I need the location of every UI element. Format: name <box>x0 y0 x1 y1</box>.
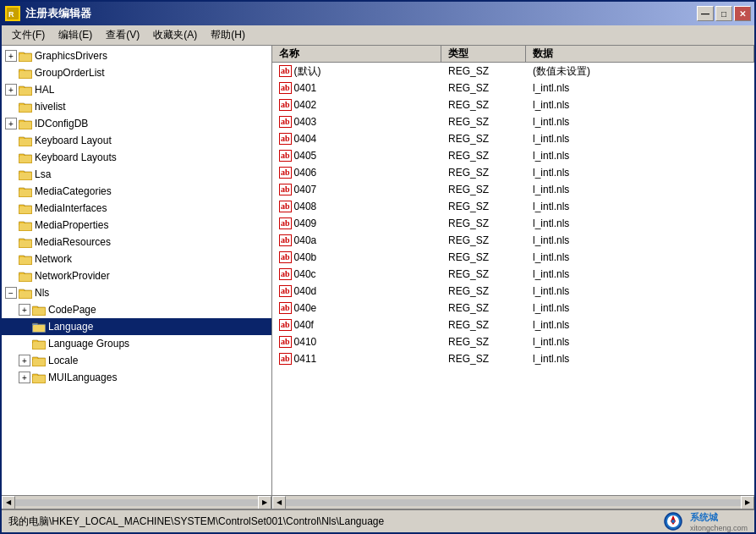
cell-data: l_intl.nls <box>526 319 754 331</box>
svg-rect-22 <box>19 156 31 162</box>
ab-icon: ab <box>279 184 292 195</box>
tree-item-idconfigdb[interactable]: + IDConfigDB <box>2 115 271 132</box>
cell-data: l_intl.nls <box>526 251 754 263</box>
close-button[interactable]: ✕ <box>734 6 751 21</box>
tree-item-keyboard-layout[interactable]: Keyboard Layout <box>2 132 271 149</box>
menu-item-编辑e[interactable]: 编辑(E) <box>52 26 99 44</box>
ab-icon: ab <box>279 150 292 162</box>
right-hscroll-left-btn[interactable]: ◀ <box>272 496 286 509</box>
ab-icon: ab <box>279 133 292 145</box>
hscroll-left-btn[interactable]: ◀ <box>2 496 15 509</box>
tree-item-label: GroupOrderList <box>35 67 105 79</box>
tree-item-mediaresources[interactable]: MediaResources <box>2 234 271 250</box>
tree-item-mediaproperties[interactable]: MediaProperties <box>2 217 271 234</box>
cell-name: ab0405 <box>272 150 441 162</box>
cell-data: l_intl.nls <box>526 234 754 246</box>
maximize-button[interactable]: □ <box>715 6 732 21</box>
cell-name: ab0410 <box>272 336 441 348</box>
tree-item-graphicsdrivers[interactable]: + GraphicsDrivers <box>2 47 271 64</box>
tree-item-lsa[interactable]: Lsa <box>2 166 271 183</box>
menu-item-查看v[interactable]: 查看(V) <box>99 26 146 44</box>
expand-icon[interactable]: + <box>19 304 30 316</box>
right-hscroll-right-btn[interactable]: ▶ <box>741 496 754 509</box>
expand-icon[interactable]: + <box>19 355 30 366</box>
svg-rect-52 <box>33 325 45 332</box>
tree-item-muilanguages[interactable]: + MUILanguages <box>2 369 271 386</box>
table-row[interactable]: ab0405REG_SZl_intl.nls <box>272 147 754 164</box>
table-row[interactable]: ab0409REG_SZl_intl.nls <box>272 215 754 232</box>
expand-icon[interactable]: + <box>5 50 17 62</box>
table-row[interactable]: ab(默认)REG_SZ(数值未设置) <box>272 63 754 80</box>
expand-icon[interactable]: + <box>5 84 17 96</box>
table-row[interactable]: ab040cREG_SZl_intl.nls <box>272 266 754 283</box>
cell-data: l_intl.nls <box>526 133 754 145</box>
tree-item-nls[interactable]: − Nls <box>2 284 271 301</box>
left-hscroll[interactable]: ◀ ▶ <box>2 495 271 509</box>
tree-item-keyboard-layouts[interactable]: Keyboard Layouts <box>2 149 271 166</box>
window-controls: — □ ✕ <box>697 6 751 21</box>
tree-item-label: MUILanguages <box>48 372 117 383</box>
hscroll-right-btn[interactable]: ▶ <box>258 496 271 509</box>
tree-item-locale[interactable]: + Locale <box>2 352 271 369</box>
table-row[interactable]: ab040eREG_SZl_intl.nls <box>272 300 754 317</box>
table-row[interactable]: ab040aREG_SZl_intl.nls <box>272 232 754 249</box>
menu-item-文件f[interactable]: 文件(F) <box>5 26 52 44</box>
cell-name-text: 040f <box>294 319 314 331</box>
cell-data: l_intl.nls <box>526 150 754 162</box>
ab-icon: ab <box>279 201 292 212</box>
minimize-button[interactable]: — <box>697 6 714 21</box>
cell-name-text: 0405 <box>294 150 317 162</box>
table-row[interactable]: ab040fREG_SZl_intl.nls <box>272 317 754 333</box>
table-row[interactable]: ab0402REG_SZl_intl.nls <box>272 96 754 113</box>
table-row[interactable]: ab040dREG_SZl_intl.nls <box>272 283 754 300</box>
table-row[interactable]: ab0403REG_SZl_intl.nls <box>272 113 754 130</box>
menu-item-帮助h[interactable]: 帮助(H) <box>204 26 252 44</box>
tree-item-grouporderlist[interactable]: GroupOrderList <box>2 64 271 81</box>
tree-item-language[interactable]: Language <box>2 318 271 335</box>
svg-rect-19 <box>19 139 31 146</box>
tree-item-mediainterfaces[interactable]: MediaInterfaces <box>2 200 271 217</box>
expand-icon[interactable]: − <box>5 287 17 299</box>
cell-type: REG_SZ <box>441 184 526 195</box>
folder-icon <box>19 287 32 299</box>
table-row[interactable]: ab0411REG_SZl_intl.nls <box>272 350 754 367</box>
tree-item-hivelist[interactable]: hivelist <box>2 98 271 115</box>
cell-data: l_intl.nls <box>526 201 754 212</box>
right-hscroll[interactable]: ◀ ▶ <box>272 495 754 509</box>
tree-item-networkprovider[interactable]: NetworkProvider <box>2 267 271 284</box>
ab-icon: ab <box>279 99 292 111</box>
tree-item-codepage[interactable]: + CodePage <box>2 301 271 318</box>
svg-rect-4 <box>19 54 31 61</box>
table-row[interactable]: ab0408REG_SZl_intl.nls <box>272 198 754 215</box>
folder-icon <box>32 304 46 316</box>
header-name: 名称 <box>272 46 441 62</box>
tree-item-language-groups[interactable]: Language Groups <box>2 335 271 352</box>
data-container[interactable]: ab(默认)REG_SZ(数值未设置)ab0401REG_SZl_intl.nl… <box>272 63 754 495</box>
table-row[interactable]: ab0406REG_SZl_intl.nls <box>272 164 754 181</box>
cell-data: l_intl.nls <box>526 353 754 365</box>
tree-item-label: IDConfigDB <box>35 118 88 129</box>
folder-icon <box>19 219 32 231</box>
tree-item-mediacategories[interactable]: MediaCategories <box>2 183 271 200</box>
tree-item-network[interactable]: Network <box>2 250 271 267</box>
cell-name-text: (默认) <box>294 64 321 79</box>
menu-item-收藏夹a[interactable]: 收藏夹(A) <box>146 26 204 44</box>
svg-rect-58 <box>33 359 45 366</box>
folder-icon <box>19 50 32 62</box>
table-row[interactable]: ab040bREG_SZl_intl.nls <box>272 249 754 266</box>
cell-name-text: 0401 <box>294 82 317 94</box>
table-row[interactable]: ab0401REG_SZl_intl.nls <box>272 80 754 96</box>
tree-item-hal[interactable]: + HAL <box>2 81 271 98</box>
cell-type: REG_SZ <box>441 234 526 246</box>
expand-icon[interactable]: + <box>5 118 17 129</box>
cell-data: l_intl.nls <box>526 167 754 179</box>
svg-rect-43 <box>19 274 31 281</box>
table-row[interactable]: ab0407REG_SZl_intl.nls <box>272 181 754 198</box>
table-row[interactable]: ab0404REG_SZl_intl.nls <box>272 130 754 147</box>
expand-icon[interactable]: + <box>19 372 30 383</box>
cell-name: ab0409 <box>272 217 441 229</box>
table-row[interactable]: ab0410REG_SZl_intl.nls <box>272 333 754 350</box>
cell-name: ab040e <box>272 302 441 314</box>
tree-container[interactable]: + GraphicsDrivers GroupOrderList+ HAL hi… <box>2 46 271 495</box>
ab-icon: ab <box>279 82 292 94</box>
